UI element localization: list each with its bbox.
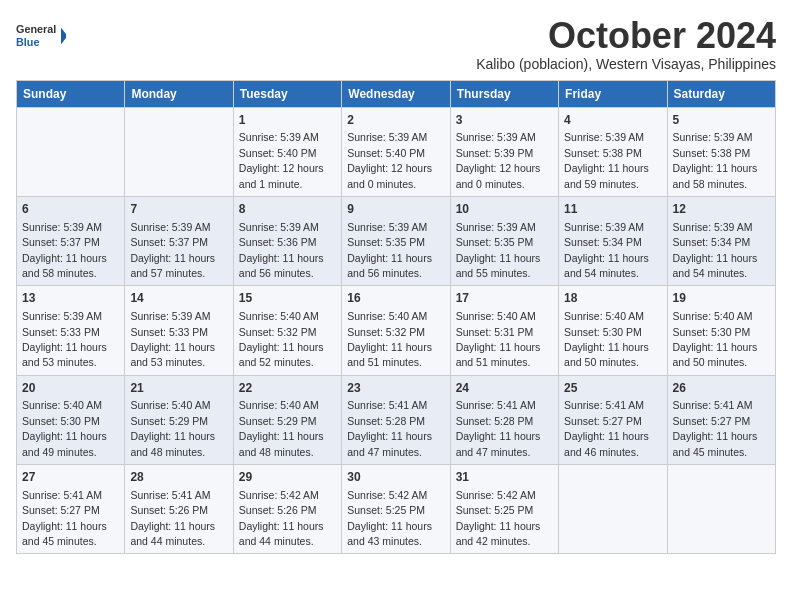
logo-svg: General Blue [16,16,66,56]
day-detail: Sunrise: 5:40 AM Sunset: 5:31 PM Dayligh… [456,310,541,368]
day-detail: Sunrise: 5:39 AM Sunset: 5:40 PM Dayligh… [239,131,324,189]
calendar-cell: 28Sunrise: 5:41 AM Sunset: 5:26 PM Dayli… [125,465,233,554]
calendar-week-5: 27Sunrise: 5:41 AM Sunset: 5:27 PM Dayli… [17,465,776,554]
day-detail: Sunrise: 5:40 AM Sunset: 5:30 PM Dayligh… [564,310,649,368]
day-detail: Sunrise: 5:39 AM Sunset: 5:33 PM Dayligh… [22,310,107,368]
day-number: 29 [239,469,336,486]
day-number: 12 [673,201,770,218]
day-number: 1 [239,112,336,129]
day-number: 21 [130,380,227,397]
day-number: 24 [456,380,553,397]
calendar-cell: 6Sunrise: 5:39 AM Sunset: 5:37 PM Daylig… [17,196,125,285]
calendar-week-4: 20Sunrise: 5:40 AM Sunset: 5:30 PM Dayli… [17,375,776,464]
day-detail: Sunrise: 5:39 AM Sunset: 5:39 PM Dayligh… [456,131,541,189]
calendar-cell: 1Sunrise: 5:39 AM Sunset: 5:40 PM Daylig… [233,107,341,196]
day-detail: Sunrise: 5:39 AM Sunset: 5:37 PM Dayligh… [130,221,215,279]
calendar-cell: 20Sunrise: 5:40 AM Sunset: 5:30 PM Dayli… [17,375,125,464]
weekday-header-tuesday: Tuesday [233,80,341,107]
day-detail: Sunrise: 5:40 AM Sunset: 5:29 PM Dayligh… [130,399,215,457]
calendar-cell: 7Sunrise: 5:39 AM Sunset: 5:37 PM Daylig… [125,196,233,285]
day-detail: Sunrise: 5:39 AM Sunset: 5:40 PM Dayligh… [347,131,432,189]
day-number: 13 [22,290,119,307]
calendar-cell: 2Sunrise: 5:39 AM Sunset: 5:40 PM Daylig… [342,107,450,196]
day-detail: Sunrise: 5:40 AM Sunset: 5:32 PM Dayligh… [347,310,432,368]
calendar-cell [559,465,667,554]
day-detail: Sunrise: 5:41 AM Sunset: 5:28 PM Dayligh… [456,399,541,457]
calendar-cell [17,107,125,196]
calendar-cell: 4Sunrise: 5:39 AM Sunset: 5:38 PM Daylig… [559,107,667,196]
day-detail: Sunrise: 5:39 AM Sunset: 5:35 PM Dayligh… [347,221,432,279]
day-number: 6 [22,201,119,218]
calendar-cell: 30Sunrise: 5:42 AM Sunset: 5:25 PM Dayli… [342,465,450,554]
calendar-cell: 13Sunrise: 5:39 AM Sunset: 5:33 PM Dayli… [17,286,125,375]
calendar-week-1: 1Sunrise: 5:39 AM Sunset: 5:40 PM Daylig… [17,107,776,196]
svg-marker-2 [61,28,66,45]
day-detail: Sunrise: 5:42 AM Sunset: 5:25 PM Dayligh… [456,489,541,547]
day-number: 7 [130,201,227,218]
calendar-cell: 3Sunrise: 5:39 AM Sunset: 5:39 PM Daylig… [450,107,558,196]
logo: General Blue [16,16,66,56]
day-number: 17 [456,290,553,307]
day-number: 27 [22,469,119,486]
day-number: 16 [347,290,444,307]
day-number: 9 [347,201,444,218]
calendar-cell: 17Sunrise: 5:40 AM Sunset: 5:31 PM Dayli… [450,286,558,375]
calendar-week-3: 13Sunrise: 5:39 AM Sunset: 5:33 PM Dayli… [17,286,776,375]
day-number: 10 [456,201,553,218]
calendar-cell [667,465,775,554]
day-detail: Sunrise: 5:40 AM Sunset: 5:30 PM Dayligh… [22,399,107,457]
calendar-cell: 14Sunrise: 5:39 AM Sunset: 5:33 PM Dayli… [125,286,233,375]
calendar-cell: 18Sunrise: 5:40 AM Sunset: 5:30 PM Dayli… [559,286,667,375]
day-number: 8 [239,201,336,218]
calendar-cell: 25Sunrise: 5:41 AM Sunset: 5:27 PM Dayli… [559,375,667,464]
page-header: General Blue October 2024 Kalibo (poblac… [16,16,776,72]
calendar-cell: 24Sunrise: 5:41 AM Sunset: 5:28 PM Dayli… [450,375,558,464]
day-number: 19 [673,290,770,307]
calendar-week-2: 6Sunrise: 5:39 AM Sunset: 5:37 PM Daylig… [17,196,776,285]
svg-text:General: General [16,23,56,35]
calendar-cell: 9Sunrise: 5:39 AM Sunset: 5:35 PM Daylig… [342,196,450,285]
calendar-cell: 5Sunrise: 5:39 AM Sunset: 5:38 PM Daylig… [667,107,775,196]
day-number: 31 [456,469,553,486]
location-subtitle: Kalibo (poblacion), Western Visayas, Phi… [476,56,776,72]
day-detail: Sunrise: 5:42 AM Sunset: 5:25 PM Dayligh… [347,489,432,547]
day-detail: Sunrise: 5:40 AM Sunset: 5:29 PM Dayligh… [239,399,324,457]
calendar-cell: 27Sunrise: 5:41 AM Sunset: 5:27 PM Dayli… [17,465,125,554]
calendar-cell: 21Sunrise: 5:40 AM Sunset: 5:29 PM Dayli… [125,375,233,464]
weekday-header-sunday: Sunday [17,80,125,107]
day-detail: Sunrise: 5:39 AM Sunset: 5:34 PM Dayligh… [673,221,758,279]
day-detail: Sunrise: 5:41 AM Sunset: 5:27 PM Dayligh… [564,399,649,457]
day-number: 23 [347,380,444,397]
calendar-cell: 10Sunrise: 5:39 AM Sunset: 5:35 PM Dayli… [450,196,558,285]
day-number: 2 [347,112,444,129]
day-number: 5 [673,112,770,129]
calendar-table: SundayMondayTuesdayWednesdayThursdayFrid… [16,80,776,555]
day-detail: Sunrise: 5:39 AM Sunset: 5:35 PM Dayligh… [456,221,541,279]
day-detail: Sunrise: 5:41 AM Sunset: 5:27 PM Dayligh… [673,399,758,457]
day-number: 11 [564,201,661,218]
day-detail: Sunrise: 5:41 AM Sunset: 5:28 PM Dayligh… [347,399,432,457]
day-detail: Sunrise: 5:39 AM Sunset: 5:33 PM Dayligh… [130,310,215,368]
calendar-cell: 23Sunrise: 5:41 AM Sunset: 5:28 PM Dayli… [342,375,450,464]
day-number: 3 [456,112,553,129]
calendar-cell: 22Sunrise: 5:40 AM Sunset: 5:29 PM Dayli… [233,375,341,464]
calendar-cell: 12Sunrise: 5:39 AM Sunset: 5:34 PM Dayli… [667,196,775,285]
day-number: 26 [673,380,770,397]
weekday-header-saturday: Saturday [667,80,775,107]
day-detail: Sunrise: 5:40 AM Sunset: 5:30 PM Dayligh… [673,310,758,368]
day-detail: Sunrise: 5:41 AM Sunset: 5:26 PM Dayligh… [130,489,215,547]
day-detail: Sunrise: 5:39 AM Sunset: 5:37 PM Dayligh… [22,221,107,279]
weekday-header-row: SundayMondayTuesdayWednesdayThursdayFrid… [17,80,776,107]
svg-text:Blue: Blue [16,36,39,48]
month-title: October 2024 [476,16,776,56]
calendar-cell: 8Sunrise: 5:39 AM Sunset: 5:36 PM Daylig… [233,196,341,285]
day-detail: Sunrise: 5:39 AM Sunset: 5:36 PM Dayligh… [239,221,324,279]
calendar-cell: 11Sunrise: 5:39 AM Sunset: 5:34 PM Dayli… [559,196,667,285]
calendar-cell: 19Sunrise: 5:40 AM Sunset: 5:30 PM Dayli… [667,286,775,375]
day-number: 22 [239,380,336,397]
calendar-cell [125,107,233,196]
day-number: 25 [564,380,661,397]
day-number: 4 [564,112,661,129]
calendar-cell: 15Sunrise: 5:40 AM Sunset: 5:32 PM Dayli… [233,286,341,375]
day-detail: Sunrise: 5:42 AM Sunset: 5:26 PM Dayligh… [239,489,324,547]
